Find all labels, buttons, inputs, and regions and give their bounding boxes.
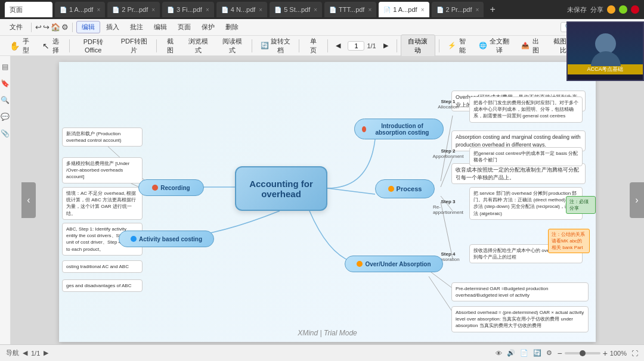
step-3-sublabel: Re-apportionment — [433, 204, 463, 215]
zoom-bar — [565, 352, 600, 354]
tab-icon-9: 📄 — [436, 7, 444, 13]
translate-button[interactable]: 🌐 全文翻译 — [474, 35, 514, 57]
sep-2 — [72, 23, 73, 32]
step-2-label: Step 2 — [441, 148, 455, 154]
select-tool-button[interactable]: ↖ 选择 — [38, 35, 66, 57]
person-head — [595, 33, 616, 54]
left-detail-6: ges and disadvantages of ABC — [62, 279, 143, 292]
next-page-button[interactable]: ▶ — [379, 40, 393, 51]
tab-8[interactable]: 📄 1 A...pdf × — [379, 2, 429, 17]
step-1-sublabel: Allocation — [438, 104, 459, 110]
tab-8-close[interactable]: × — [421, 7, 425, 13]
tab-5[interactable]: 📄 5 St...pdf × — [270, 2, 322, 17]
avatar-container — [595, 33, 616, 54]
tab-6[interactable]: 📄 TTT...pdf × — [324, 2, 376, 17]
sidebar-search-icon[interactable]: 🔍 — [0, 94, 11, 106]
settings-icon[interactable]: ⚙ — [61, 23, 69, 32]
page-number-input[interactable] — [348, 41, 364, 51]
hand-label: 手型 — [21, 37, 30, 55]
output-button[interactable]: 📤 出图 — [516, 35, 545, 57]
zoom-in-button[interactable]: + — [603, 348, 608, 358]
menu-file[interactable]: 文件 — [5, 21, 27, 33]
tab-9-close[interactable]: × — [476, 7, 479, 13]
orange-annotation: 注：公结的关系请看MK abc的相关 bank Part — [548, 229, 590, 253]
tab-1[interactable]: 📄 1 A...pdf × — [55, 2, 105, 17]
tab-add-button[interactable]: + — [486, 4, 499, 15]
prev-page-nav-button[interactable]: ‹ — [21, 182, 36, 218]
undo-icon[interactable]: ↩ — [35, 23, 42, 32]
page-navigation: ◀ 1/1 ▶ — [331, 40, 392, 51]
over-under-icon — [357, 261, 363, 267]
prev-page-button[interactable]: ◀ — [331, 40, 345, 51]
speaker-icon: 🔊 — [507, 349, 515, 357]
pdf-to-office-button[interactable]: PDF转Office — [73, 36, 113, 55]
pdf-image-label: PDF转图片 — [120, 37, 148, 55]
rotate-status-icon: 🔄 — [533, 349, 541, 357]
sidebar-attachments-icon[interactable]: 📎 — [0, 127, 11, 139]
output-label: 出图 — [531, 37, 540, 55]
auto-scroll-button[interactable]: 自动滚动 — [401, 35, 436, 57]
print-mode-button[interactable]: 阅读模式 — [216, 35, 248, 57]
close-button[interactable] — [631, 5, 639, 14]
rotate-button[interactable]: 🔄 旋转文档 — [256, 35, 296, 57]
tab-1-close[interactable]: × — [97, 7, 100, 13]
maximize-button[interactable] — [619, 5, 627, 14]
single-page-button[interactable]: 单页 — [303, 35, 323, 57]
tab-3[interactable]: 📄 3 Fi...pdf × — [162, 2, 214, 17]
nav-prev-icon[interactable]: ◀ — [23, 349, 27, 357]
view-mode-label: 浏览模式 — [188, 37, 210, 55]
zoom-slider-thumb[interactable] — [580, 350, 586, 356]
page-current-label: 1/1 — [31, 350, 40, 357]
menu-page[interactable]: 页面 — [173, 21, 196, 33]
toolbar2-sep-4 — [299, 39, 299, 52]
home-icon[interactable]: 🏠 — [51, 23, 60, 32]
screenshot-button[interactable]: 截图 — [160, 35, 180, 57]
step-4-label: Step 4 — [441, 251, 455, 257]
tab-2-close[interactable]: × — [151, 7, 155, 13]
tab-4-close[interactable]: × — [259, 7, 262, 13]
screenshot-label: 截图 — [165, 37, 175, 55]
menu-format[interactable]: 编辑 — [149, 21, 172, 33]
sidebar-bookmarks-icon[interactable]: 🔖 — [0, 77, 11, 89]
left-detail-3-text: 情境：AC 不足分 overhead, 根据统计算，但 ABC 方法更高根据行为… — [66, 191, 136, 216]
single-page-label: 单页 — [308, 37, 318, 55]
detail-text-3: 收音成本按照统一定的分配泡液制生产泡腾格可分配引每一个单独的产品上。 — [456, 167, 579, 181]
menu-toolbar: 文件 ↩ ↪ 🏠 ⚙ 编辑 插入 批注 编辑 页面 保护 删除 🔍 — [0, 19, 644, 36]
tab-6-close[interactable]: × — [368, 7, 371, 13]
step-1-detail: 把各个部门发生的费用分配到对应部门。对于多个成本中心只举列成本，如照明、分等，包… — [469, 97, 583, 123]
share-label[interactable]: 分享 — [590, 5, 603, 14]
menu-edit-btn[interactable]: 编辑 — [76, 21, 100, 33]
nav-next-icon[interactable]: ▶ — [44, 349, 48, 357]
tab-5-close[interactable]: × — [314, 7, 317, 13]
menu-delete[interactable]: 删除 — [221, 21, 243, 33]
tab-8-label: 1 A...pdf — [393, 6, 417, 13]
hand-tool-button[interactable]: ✋ 手型 — [5, 35, 35, 57]
pdf-to-image-button[interactable]: PDF转图片 — [116, 35, 153, 57]
sidebar-comments-icon[interactable]: 💬 — [0, 111, 11, 123]
tab-icon-6: 📄 — [329, 7, 336, 13]
recording-icon — [152, 185, 158, 191]
recording-node: Recording — [138, 179, 204, 196]
zoom-level-label: 100% — [610, 350, 627, 357]
view-mode-button[interactable]: 浏览模式 — [183, 35, 215, 57]
menu-insert[interactable]: 插入 — [101, 21, 124, 33]
menu-protect[interactable]: 保护 — [197, 21, 219, 33]
sidebar-thumbnails-icon[interactable]: ▤ — [0, 61, 10, 73]
minimize-button[interactable] — [607, 5, 615, 14]
menu-comment[interactable]: 批注 — [125, 21, 148, 33]
toolbar2-sep-5 — [327, 39, 328, 52]
tab-9[interactable]: 📄 2 Pr...pdf × — [432, 2, 484, 17]
tab-4[interactable]: 📄 4 N...pdf × — [216, 2, 267, 17]
intro-icon — [362, 126, 366, 132]
fullscreen-icon[interactable]: ⛶ — [631, 350, 638, 357]
tab-3-close[interactable]: × — [206, 7, 209, 13]
zoom-out-button[interactable]: − — [557, 348, 562, 358]
redo-icon[interactable]: ↪ — [43, 23, 49, 32]
next-page-nav-button[interactable]: › — [630, 182, 644, 218]
tab-home[interactable]: 页面 — [5, 2, 52, 17]
doc-icon: 📄 — [520, 349, 528, 357]
smart-button[interactable]: ⚡ 智能 — [443, 35, 472, 57]
status-left: 导航 ◀ 1/1 ▶ — [6, 348, 48, 357]
tab-2[interactable]: 📄 2 Pr...pdf × — [107, 2, 160, 17]
print-mode-label: 阅读模式 — [221, 37, 243, 55]
